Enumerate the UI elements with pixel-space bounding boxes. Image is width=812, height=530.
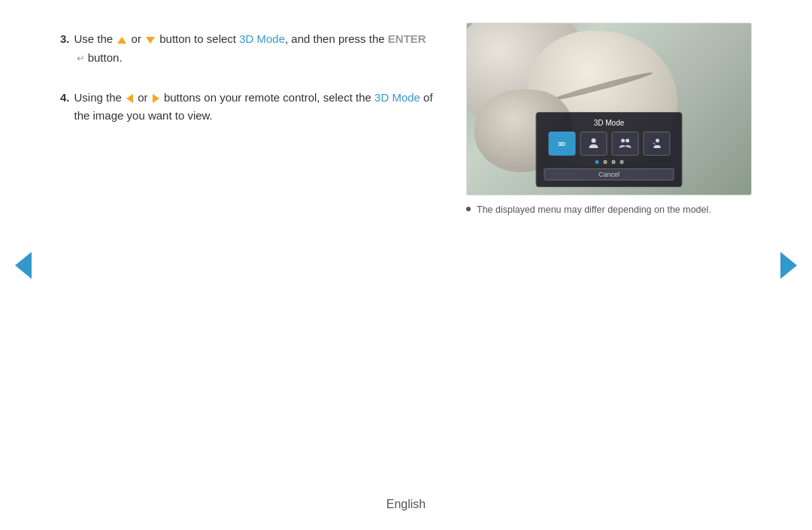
svg-point-3 (656, 139, 659, 143)
svg-line-4 (653, 143, 655, 144)
step3-or1: or (132, 32, 141, 45)
step3-text-before: Use the (74, 32, 117, 45)
step-4: 4. Using the or buttons on your remote c… (60, 89, 436, 126)
step3-text-middle: , and then press the (285, 32, 388, 45)
screenshot: 3D Mode 3D (466, 23, 752, 195)
person-icon-1 (586, 137, 600, 150)
image-section: 3D Mode 3D (466, 23, 752, 217)
menu-overlay: 3D Mode 3D (536, 112, 683, 187)
menu-dot-2 (603, 160, 607, 164)
step-3: 3. Use the or button to select 3D Mode, … (60, 30, 436, 68)
step4-highlight2: 3D Mode (374, 91, 420, 104)
step3-highlight1: 3D Mode (239, 32, 285, 45)
menu-title: 3D Mode (544, 119, 674, 127)
step4-text: Using the or buttons on your remote cont… (74, 89, 436, 126)
footer-language: English (386, 498, 426, 511)
svg-point-1 (621, 139, 625, 143)
menu-dots (544, 160, 674, 164)
menu-dot-4 (620, 160, 623, 164)
arrow-down-icon (146, 37, 155, 44)
arrow-up-icon (117, 37, 126, 44)
menu-icon-person1[interactable] (580, 132, 607, 156)
menu-icon-3d[interactable]: 3D (548, 132, 575, 156)
step4-number: 4. (60, 89, 70, 126)
enter-icon: ↵ (77, 50, 85, 66)
step3-text: Use the or button to select 3D Mode, and… (74, 30, 436, 68)
menu-cancel-button[interactable]: Cancel (544, 168, 674, 180)
note-section: The displayed menu may differ depending … (466, 203, 752, 217)
enter-label: ENTER (388, 32, 426, 45)
svg-point-0 (591, 138, 595, 143)
person-icon-3 (650, 137, 663, 150)
menu-icon-3d-label: 3D (558, 141, 565, 147)
arrow-right-icon (153, 94, 159, 103)
text-section: 3. Use the or button to select 3D Mode, … (60, 23, 436, 217)
menu-dot-1 (595, 160, 598, 164)
nav-right-button[interactable] (780, 252, 797, 279)
menu-icon-persons2[interactable] (611, 132, 638, 156)
menu-dot-3 (611, 160, 615, 164)
note-bullet (466, 207, 471, 211)
step4-or2: or (138, 91, 147, 104)
menu-icons-row: 3D (544, 132, 674, 156)
svg-point-2 (626, 139, 629, 143)
step4-text-after: buttons on your remote control, select t… (161, 91, 374, 104)
note-text: The displayed menu may differ depending … (477, 203, 711, 217)
pebbles-bg: 3D Mode 3D (467, 23, 751, 195)
step4-text-before: Using the (74, 91, 126, 104)
pebble-stripe (550, 70, 653, 103)
nav-left-button[interactable] (15, 252, 32, 279)
arrow-left-icon (126, 94, 133, 103)
main-content: 3. Use the or button to select 3D Mode, … (0, 0, 812, 232)
menu-icon-person3[interactable] (643, 132, 670, 156)
step3-text-end: button. (85, 51, 123, 64)
step3-number: 3. (60, 30, 70, 68)
persons-icon-2 (618, 137, 632, 150)
step3-text-after: button to select (156, 32, 239, 45)
